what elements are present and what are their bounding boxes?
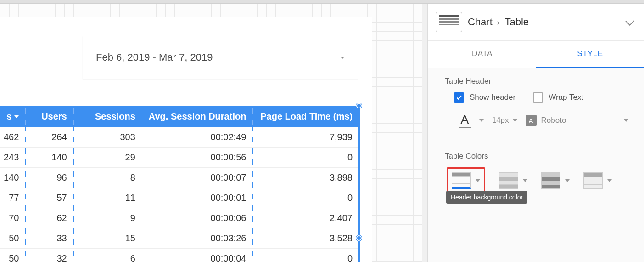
checkbox-label: Wrap Text [549, 93, 583, 102]
table-cell: 0 [253, 249, 359, 262]
section-title-table-header: Table Header [445, 77, 633, 86]
table-cell: 3,528 [253, 228, 359, 249]
table-cell: 70 [0, 208, 26, 228]
chevron-down-icon [340, 57, 345, 59]
table-cell: 77 [0, 188, 26, 208]
table-cell: 140 [0, 168, 26, 188]
row-color-picker[interactable] [499, 172, 527, 189]
table-cell: 11 [73, 188, 142, 208]
checkbox-label: Show header [470, 93, 515, 102]
date-range-text: Feb 6, 2019 - Mar 7, 2019 [96, 51, 213, 63]
breadcrumb-leaf[interactable]: Table [504, 16, 529, 28]
table-cell: 00:02:49 [142, 127, 253, 148]
breadcrumb-root[interactable]: Chart [468, 16, 493, 28]
alt-row-color-picker[interactable] [541, 172, 570, 189]
canvas-area[interactable]: Feb 6, 2019 - Mar 7, 2019 s Users Sessio… [0, 4, 422, 262]
table-cell: 7,939 [253, 127, 359, 148]
table-row[interactable]: 46226430300:02:497,939 [0, 127, 359, 148]
border-color-picker[interactable] [583, 172, 612, 189]
table-cell: 8 [73, 168, 142, 188]
font-size-select[interactable]: 14px [492, 116, 517, 125]
color-swatch-icon [583, 172, 603, 189]
table-row[interactable]: 7062900:00:062,407 [0, 208, 359, 228]
table-cell: 140 [26, 148, 73, 168]
column-header: s [6, 111, 11, 122]
table-cell: 6 [73, 249, 142, 262]
color-swatch-icon [499, 172, 518, 189]
table-row[interactable]: 77571100:00:010 [0, 188, 359, 208]
chevron-down-icon [607, 179, 612, 182]
table-cell: 62 [26, 208, 73, 228]
table-header-row[interactable]: s Users Sessions Avg. Session Duration P… [0, 106, 359, 127]
table-cell: 15 [73, 228, 142, 249]
color-swatch-icon [541, 172, 560, 189]
table-cell: 3,898 [253, 168, 359, 188]
column-header: Page Load Time (ms) [260, 111, 353, 122]
sidebar-gutter[interactable] [422, 4, 428, 262]
tab-style[interactable]: STYLE [536, 41, 644, 68]
checkbox-show-header[interactable]: Show header [454, 92, 515, 103]
table-cell: 9 [73, 208, 142, 228]
column-header: Users [41, 111, 67, 122]
table-cell: 29 [73, 148, 142, 168]
chevron-down-icon [479, 119, 484, 122]
table-cell: 50 [0, 249, 26, 262]
date-range-picker[interactable]: Feb 6, 2019 - Mar 7, 2019 [83, 36, 358, 79]
table-cell: 00:00:01 [142, 188, 253, 208]
checkbox-icon [533, 92, 543, 103]
breadcrumb: Chart › Table [428, 4, 644, 41]
table-row[interactable]: 50331500:03:263,528 [0, 228, 359, 249]
table-cell: 50 [0, 228, 26, 249]
chevron-down-icon [624, 119, 628, 122]
font-color-picker[interactable]: A [459, 113, 471, 128]
table-row[interactable]: 2431402900:00:560 [0, 148, 359, 168]
color-swatch-icon [452, 172, 471, 189]
table-cell: 0 [253, 188, 359, 208]
data-table[interactable]: s Users Sessions Avg. Session Duration P… [0, 106, 359, 262]
table-chart-icon [436, 12, 462, 32]
chevron-down-icon [476, 179, 480, 182]
table-cell: 33 [26, 228, 73, 249]
selection-handle[interactable] [356, 235, 362, 241]
table-cell: 264 [26, 127, 73, 148]
chevron-down-icon [523, 179, 527, 182]
font-family-select[interactable]: A Roboto [526, 115, 633, 126]
table-cell: 462 [0, 127, 26, 148]
tab-data[interactable]: DATA [428, 41, 536, 68]
app-topbar [0, 0, 644, 4]
table-cell: 0 [253, 148, 359, 168]
table-cell: 57 [26, 188, 73, 208]
divider [428, 142, 644, 142]
font-size-value: 14px [492, 116, 509, 125]
checkbox-wrap-text[interactable]: Wrap Text [533, 92, 583, 103]
table-row[interactable]: 14096800:00:073,898 [0, 168, 359, 188]
column-header: Sessions [95, 111, 135, 122]
table-row[interactable]: 5032600:00:040 [0, 249, 359, 262]
font-icon: A [526, 115, 537, 126]
table-cell: 32 [26, 249, 73, 262]
chevron-down-icon [565, 179, 570, 182]
table-cell: 00:00:06 [142, 208, 253, 228]
column-header: Avg. Session Duration [149, 111, 246, 122]
header-bg-color-picker[interactable]: Header background color [447, 167, 485, 194]
font-family-value: Roboto [541, 116, 566, 125]
section-title-table-colors: Table Colors [445, 152, 633, 161]
properties-sidebar: Chart › Table DATA STYLE Table Header Sh… [428, 4, 644, 262]
table-cell: 00:00:04 [142, 249, 253, 262]
table-cell: 00:00:07 [142, 168, 253, 188]
checkbox-icon [454, 92, 464, 103]
tooltip: Header background color [446, 191, 527, 204]
selection-handle[interactable] [356, 103, 362, 108]
table-cell: 243 [0, 148, 26, 168]
table-cell: 00:00:56 [142, 148, 253, 168]
chevron-right-icon: › [497, 17, 500, 28]
sidebar-tabs: DATA STYLE [428, 41, 644, 68]
table-cell: 00:03:26 [142, 228, 253, 249]
table-cell: 303 [73, 127, 142, 148]
table-cell: 2,407 [253, 208, 359, 228]
sort-desc-icon [14, 115, 19, 118]
chevron-down-icon [625, 17, 634, 26]
table-cell: 96 [26, 168, 73, 188]
expand-toggle[interactable] [627, 18, 633, 26]
chevron-down-icon [513, 119, 517, 122]
